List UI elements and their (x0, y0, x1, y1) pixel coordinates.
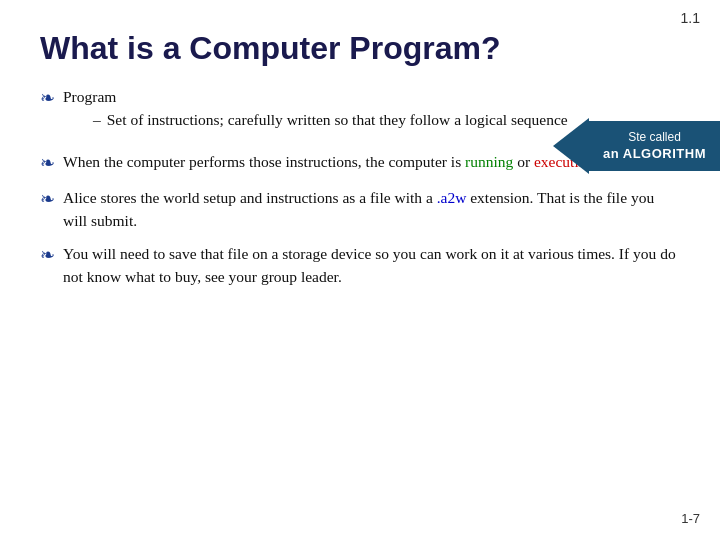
bullet-label: Program (63, 88, 116, 105)
bullet-icon: ❧ (40, 243, 55, 268)
callout-arrow (553, 118, 589, 174)
callout-line2: an ALGORITHM (603, 145, 706, 163)
callout-line1: Ste called (603, 129, 706, 146)
callout-container: Ste called an ALGORITHM (553, 118, 720, 174)
list-item: ❧ Alice stores the world setup and instr… (40, 186, 680, 233)
bullet-text: Alice stores the world setup and instruc… (63, 186, 680, 233)
slide-number-bottom: 1-7 (681, 511, 700, 526)
running-text: running (465, 153, 513, 170)
extension-text: .a2w (437, 189, 467, 206)
slide-title: What is a Computer Program? (40, 30, 680, 67)
bullet-icon: ❧ (40, 187, 55, 212)
callout-box: Ste called an ALGORITHM (589, 121, 720, 172)
bullet-icon: ❧ (40, 151, 55, 176)
slide-content: ❧ Program – Set of instructions; careful… (40, 85, 680, 289)
slide-number-top: 1.1 (681, 10, 700, 26)
bullet-icon: ❧ (40, 86, 55, 111)
bullet-text: You will need to save that file on a sto… (63, 242, 680, 289)
list-item: ❧ You will need to save that file on a s… (40, 242, 680, 289)
slide: 1.1 What is a Computer Program? ❧ Progra… (0, 0, 720, 540)
sub-dash: – (93, 108, 101, 131)
